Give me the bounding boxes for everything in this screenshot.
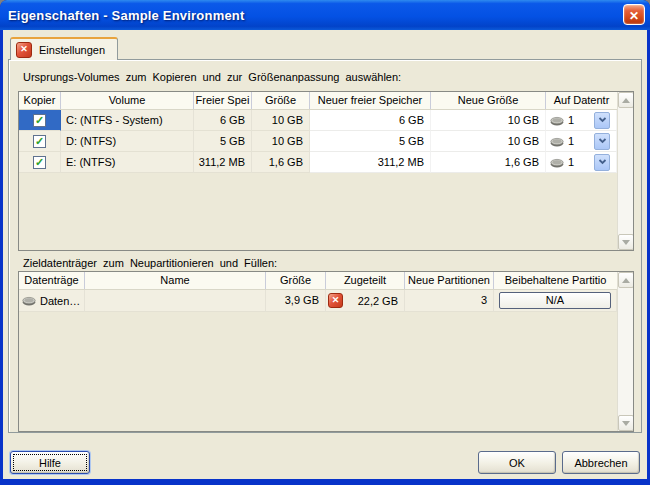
new-free-space-field[interactable]: 311,2 MB [310, 152, 431, 173]
disk-number: 1 [568, 110, 590, 130]
column-header-neuer-freier-speicher[interactable]: Neuer freier Speicher [310, 92, 431, 109]
allocation-warning-icon [328, 293, 343, 308]
table-row: E: (NTFS) 311,2 MB 1,6 GB 311,2 MB 1,6 G… [19, 152, 617, 173]
checkbox-checked[interactable] [33, 114, 46, 127]
arrow-down-icon [622, 421, 630, 426]
chevron-down-icon [598, 159, 607, 165]
target-table-header: Datenträge Name Größe Zugeteilt Neue Par… [19, 272, 617, 290]
allocated-value: 22,2 GB [343, 291, 404, 311]
column-header-neue-groesse[interactable]: Neue Größe [431, 92, 546, 109]
target-disks-table: Datenträge Name Größe Zugeteilt Neue Par… [18, 271, 634, 432]
column-header-name[interactable]: Name [85, 272, 266, 289]
new-free-space-field[interactable]: 6 GB [310, 110, 431, 131]
disk-number: 1 [568, 152, 590, 172]
disk-device-label: Daten… [40, 291, 80, 311]
size-value: 10 GB [252, 110, 310, 131]
disk-size-value: 3,9 GB [266, 290, 326, 312]
disk-dropdown-button[interactable] [594, 112, 610, 129]
free-space-value: 6 GB [194, 110, 252, 131]
tab-pane: Ursprungs-Volumes zum Kopieren und zur G… [8, 59, 642, 433]
volume-name[interactable]: C: (NTFS - System) [61, 110, 194, 131]
check-icon [35, 110, 44, 130]
disk-dropdown-button[interactable] [594, 154, 610, 171]
scroll-up-button[interactable] [618, 92, 634, 108]
chevron-down-icon [598, 117, 607, 123]
free-space-value: 311,2 MB [194, 152, 252, 173]
column-header-zugeteilt[interactable]: Zugeteilt [326, 272, 405, 289]
target-disk-cell: 1 [546, 110, 617, 131]
table-row: Daten… 3,9 GB 22,2 GB 3 N/A [19, 290, 617, 312]
new-free-space-field[interactable]: 5 GB [310, 131, 431, 152]
scroll-down-button[interactable] [618, 234, 634, 250]
volume-name[interactable]: E: (NTFS) [61, 152, 194, 173]
arrow-up-icon [622, 98, 630, 103]
red-x-icon [16, 42, 32, 58]
vertical-scrollbar[interactable] [617, 92, 633, 250]
check-icon [35, 131, 44, 151]
disk-device-cell[interactable]: Daten… [19, 290, 85, 312]
column-header-neue-partitionen[interactable]: Neue Partitionen [405, 272, 494, 289]
disk-icon [550, 115, 564, 126]
new-size-field[interactable]: 10 GB [431, 131, 546, 152]
scroll-down-button[interactable] [618, 415, 634, 431]
disk-number: 1 [568, 131, 590, 151]
vertical-scrollbar[interactable] [617, 272, 633, 431]
disk-dropdown-button[interactable] [594, 133, 610, 150]
close-icon [629, 6, 639, 24]
target-disks-label: Zieldatenträger zum Neupartitionieren un… [23, 257, 277, 269]
column-header-auf-datentraeger[interactable]: Auf Datentr [546, 92, 617, 109]
column-header-datentraeger[interactable]: Datenträge [19, 272, 85, 289]
column-header-beibehaltene-partitionen[interactable]: Beibehaltene Partitio [494, 272, 617, 289]
tab-einstellungen[interactable]: Einstellungen [10, 37, 118, 60]
titlebar[interactable]: Eigenschaften - Sample Environment [0, 0, 650, 30]
kept-partitions-button[interactable]: N/A [499, 292, 611, 309]
column-header-volume[interactable]: Volume [61, 92, 194, 109]
help-button[interactable]: Hilfe [10, 451, 90, 474]
source-volumes-label: Ursprungs-Volumes zum Kopieren und zur G… [23, 71, 401, 83]
table-row: D: (NTFS) 5 GB 10 GB 5 GB 10 GB 1 [19, 131, 617, 152]
tab-label: Einstellungen [39, 44, 105, 56]
new-size-field[interactable]: 1,6 GB [431, 152, 546, 173]
source-table-header: Kopier Volume Freier Spei Größe Neuer fr… [19, 92, 617, 110]
disk-icon [550, 136, 564, 147]
copy-checkbox-cell [19, 152, 61, 173]
chevron-down-icon [598, 138, 607, 144]
table-row: C: (NTFS - System) 6 GB 10 GB 6 GB 10 GB… [19, 110, 617, 131]
free-space-value: 5 GB [194, 131, 252, 152]
checkbox-checked[interactable] [33, 156, 46, 169]
size-value: 1,6 GB [252, 152, 310, 173]
size-value: 10 GB [252, 131, 310, 152]
disk-name-cell[interactable] [85, 290, 266, 312]
new-size-field[interactable]: 10 GB [431, 110, 546, 131]
volume-name[interactable]: D: (NTFS) [61, 131, 194, 152]
column-header-groesse[interactable]: Größe [252, 92, 310, 109]
properties-dialog: Eigenschaften - Sample Environment Einst… [0, 0, 650, 485]
source-volumes-table: Kopier Volume Freier Spei Größe Neuer fr… [18, 91, 634, 251]
target-disk-cell: 1 [546, 152, 617, 173]
dialog-body: Einstellungen Ursprungs-Volumes zum Kopi… [3, 30, 647, 479]
new-partitions-value: 3 [405, 290, 494, 312]
checkbox-checked[interactable] [33, 135, 46, 148]
copy-checkbox-cell [19, 131, 61, 152]
column-header-groesse[interactable]: Größe [266, 272, 326, 289]
copy-checkbox-cell [19, 110, 61, 131]
target-disk-cell: 1 [546, 131, 617, 152]
cancel-button[interactable]: Abbrechen [562, 451, 640, 474]
arrow-up-icon [622, 278, 630, 283]
arrow-down-icon [622, 240, 630, 245]
close-button[interactable] [623, 4, 645, 25]
column-header-freier-speicher[interactable]: Freier Spei [194, 92, 252, 109]
window-title: Eigenschaften - Sample Environment [0, 8, 245, 23]
column-header-kopier[interactable]: Kopier [19, 92, 61, 109]
scroll-up-button[interactable] [618, 272, 634, 288]
disk-icon [22, 295, 36, 306]
allocated-cell: 22,2 GB [326, 290, 405, 312]
kept-partitions-cell: N/A [494, 290, 617, 312]
disk-icon [550, 157, 564, 168]
check-icon [35, 152, 44, 172]
ok-button[interactable]: OK [478, 451, 556, 474]
